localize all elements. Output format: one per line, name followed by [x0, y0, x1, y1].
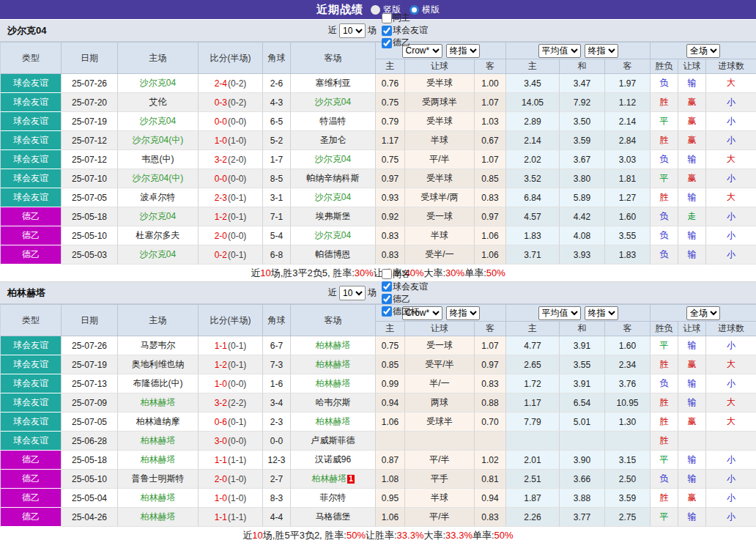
handicap-line-cell: 平/半: [405, 451, 475, 470]
match-row: 球会友谊25-06-28柏林赫塔3-0(0-0)0-0卢威斯菲德胜: [1, 432, 756, 451]
away-team-name[interactable]: 柏林赫塔: [316, 377, 351, 390]
scope-select[interactable]: 全场: [686, 306, 720, 320]
checkbox-label: 同主: [393, 12, 410, 24]
avg-stage-select[interactable]: 终指: [585, 44, 618, 58]
win-draw-loss-cell: 胜: [651, 131, 678, 150]
away-team-name[interactable]: 柏林赫塔: [311, 473, 346, 485]
handicap-home-odds-cell: 1.06: [376, 413, 405, 432]
handicap-line-cell: 平/半: [405, 508, 475, 527]
avg-home-odds-cell: 7.79: [506, 413, 560, 432]
halftime-score: (0-0): [228, 174, 246, 184]
away-team-name[interactable]: 沙尔克04: [315, 191, 351, 204]
win-draw-loss-cell: 负: [651, 374, 678, 393]
home-team-name[interactable]: 柏林赫塔: [141, 434, 176, 447]
handicap-result-cell: 输: [678, 245, 706, 265]
subcolumn-header: 主: [376, 322, 405, 336]
corner-cell: 2-3: [263, 413, 291, 432]
handicap-line-cell: [405, 432, 475, 451]
home-team-name[interactable]: 沙尔克04(中): [133, 134, 183, 147]
home-team-name[interactable]: 沙尔克04: [140, 210, 176, 223]
corner-cell: 1-6: [263, 374, 291, 393]
home-team-name[interactable]: 柏林赫塔: [141, 511, 176, 523]
subcolumn-header: 让球: [405, 322, 475, 336]
home-team-name[interactable]: 沙尔克04: [140, 77, 176, 89]
filter-checkbox-球会友谊[interactable]: 球会友谊: [379, 281, 428, 293]
checkbox-input[interactable]: [382, 269, 392, 279]
away-team-cell: 菲尔特: [291, 489, 376, 508]
filter-checkbox-球会友谊[interactable]: 球会友谊: [379, 24, 428, 37]
section-schalke: 沙尔克04 近 10 场 同主球会友谊德乙 类型日期主场比分(半场)角球客场Cr…: [0, 20, 756, 282]
avg-source-select[interactable]: 平均值: [538, 306, 581, 320]
away-team-name[interactable]: 沙尔克04: [315, 96, 351, 108]
corner-cell: 12-3: [263, 451, 291, 470]
handicap-away-odds-cell: 1.07: [475, 150, 506, 169]
win-draw-loss-cell: 平: [651, 451, 678, 470]
handicap-away-odds-cell: 1.03: [475, 112, 506, 131]
away-team-name: 汉诺威96: [315, 454, 351, 466]
checkbox-input[interactable]: [382, 26, 392, 36]
avg-away-odds-cell: 1.27: [605, 188, 651, 207]
halftime-score: (0-0): [228, 116, 246, 127]
match-row: 德乙25-05-10普鲁士明斯特2-0(1-0)2-7柏林赫塔11.08平手0.…: [1, 470, 756, 489]
home-team-name[interactable]: 沙尔克04(中): [133, 172, 183, 185]
home-team-cell: 沙尔克04(中): [118, 169, 199, 188]
home-team-name[interactable]: 沙尔克04: [140, 115, 176, 127]
home-team-name[interactable]: 柏林赫塔: [141, 454, 176, 466]
avg-away-odds-cell: 1.83: [605, 245, 651, 265]
avg-source-select[interactable]: 平均值: [538, 44, 581, 58]
avg-stage-select[interactable]: 终指: [585, 306, 618, 320]
goals-result-cell: 小: [706, 207, 756, 226]
away-team-name[interactable]: 沙尔克04: [315, 229, 351, 242]
date-cell: 25-07-20: [62, 93, 118, 112]
away-team-name[interactable]: 沙尔克04: [315, 153, 351, 166]
home-team-name[interactable]: 沙尔克04: [140, 248, 176, 261]
score-cell: 1-2(0-1): [199, 207, 263, 226]
avg-home-odds-cell: 2.26: [506, 508, 560, 527]
handicap-line-cell: 受一球: [405, 207, 475, 226]
filter-checkbox-同客[interactable]: 同客: [379, 268, 428, 281]
match-count-select[interactable]: 10: [339, 23, 366, 38]
avg-home-odds-cell: 2.51: [506, 470, 560, 489]
away-team-name: 卢威斯菲德: [311, 434, 355, 447]
home-team-name[interactable]: 柏林赫塔: [141, 492, 176, 504]
match-count-select[interactable]: 10: [339, 286, 366, 300]
odds-stage-select[interactable]: 终指: [446, 306, 480, 320]
avg-home-odds-cell: 14.05: [506, 93, 560, 112]
away-team-name[interactable]: 柏林赫塔: [316, 415, 351, 428]
summary-segment: 50%: [486, 267, 505, 278]
away-team-name: 帕纳辛纳科斯: [307, 172, 360, 185]
away-team-name[interactable]: 柏林赫塔: [316, 358, 351, 371]
handicap-home-odds-cell: 0.87: [376, 451, 405, 470]
checkbox-input[interactable]: [382, 38, 392, 48]
handicap-home-odds-cell: 0.75: [376, 150, 405, 169]
filter-checkbox-德乙[interactable]: 德乙: [379, 293, 428, 306]
filter-checkbox-德国杯[interactable]: 德国杯: [379, 306, 428, 318]
odds-stage-select[interactable]: 终指: [446, 44, 480, 58]
checkbox-input[interactable]: [382, 306, 392, 317]
summary-segment: 让胜率:: [366, 529, 397, 540]
handicap-away-odds-cell: 0.97: [475, 207, 506, 226]
checkbox-input[interactable]: [382, 281, 392, 292]
away-team-name[interactable]: 柏林赫塔: [316, 339, 351, 352]
score-cell: 1-1(1-1): [199, 451, 263, 470]
checkbox-input[interactable]: [382, 13, 392, 23]
match-row: 球会友谊25-07-19奥地利维也纳1-2(0-1)7-3柏林赫塔0.85受平/…: [1, 355, 756, 374]
summary-segment: 50%: [494, 530, 514, 540]
handicap-away-odds-cell: 0.83: [475, 188, 506, 207]
goals-result-cell: 小: [706, 336, 756, 355]
home-team-name: 奥地利维也纳: [132, 358, 185, 371]
avg-home-odds-cell: 1.72: [506, 374, 560, 393]
handicap-away-odds-cell: 0.83: [475, 374, 506, 393]
scope-select[interactable]: 全场: [686, 44, 720, 58]
subcolumn-header: 客: [475, 59, 506, 74]
away-team-cell: 沙尔克04: [291, 226, 376, 245]
home-team-name[interactable]: 柏林赫塔: [141, 396, 176, 409]
fulltime-score: 3-0: [215, 436, 227, 446]
filter-prefix: 近: [328, 24, 337, 37]
avg-draw-odds-cell: 3.93: [560, 245, 605, 265]
header-controls: 平均值终指: [506, 42, 651, 59]
corner-cell: 4-3: [263, 93, 291, 112]
filter-checkbox-同主[interactable]: 同主: [379, 12, 428, 24]
filter-checkbox-德乙[interactable]: 德乙: [379, 37, 428, 49]
checkbox-input[interactable]: [382, 294, 392, 304]
